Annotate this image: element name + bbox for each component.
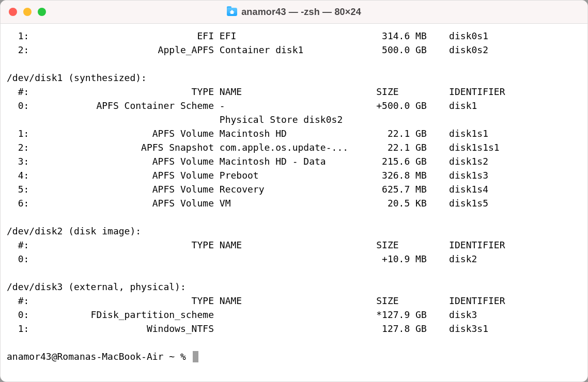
window-title: anamor43 — -zsh — 80×24 <box>1 7 587 18</box>
column-header: #: TYPE NAME SIZE IDENTIFIER <box>7 85 581 99</box>
table-row: 2: APFS Snapshot com.apple.os.update-...… <box>7 140 581 154</box>
shell-prompt[interactable]: anamor43@Romanas-MacBook-Air ~ % <box>7 349 581 363</box>
column-header: #: TYPE NAME SIZE IDENTIFIER <box>7 238 581 252</box>
window-title-text: anamor43 — -zsh — 80×24 <box>241 7 361 18</box>
column-header: #: TYPE NAME SIZE IDENTIFIER <box>7 294 581 308</box>
table-row: 5: APFS Volume Recovery 625.7 MB disk1s4 <box>7 182 581 196</box>
table-row: 1: Windows_NTFS 127.8 GB disk3s1 <box>7 322 581 336</box>
terminal-line <box>7 57 581 71</box>
table-row: 3: APFS Volume Macintosh HD - Data 215.6… <box>7 154 581 168</box>
cursor-icon <box>193 351 198 362</box>
close-icon[interactable] <box>9 8 17 16</box>
disk-header: /dev/disk2 (disk image): <box>7 224 581 238</box>
titlebar[interactable]: anamor43 — -zsh — 80×24 <box>1 1 587 24</box>
home-folder-icon <box>227 8 237 16</box>
table-row: 0: +10.9 MB disk2 <box>7 252 581 266</box>
terminal-line <box>7 210 581 224</box>
terminal-line <box>7 336 581 349</box>
minimize-icon[interactable] <box>23 8 32 16</box>
table-row: Physical Store disk0s2 <box>7 113 581 126</box>
terminal-window: anamor43 — -zsh — 80×24 1: EFI EFI 314.6… <box>0 0 588 382</box>
table-row: 0: APFS Container Scheme - +500.0 GB dis… <box>7 99 581 113</box>
terminal-output[interactable]: 1: EFI EFI 314.6 MB disk0s1 2: Apple_APF… <box>1 24 587 381</box>
disk-header: /dev/disk3 (external, physical): <box>7 280 581 294</box>
table-row: 1: EFI EFI 314.6 MB disk0s1 <box>7 29 581 43</box>
table-row: 2: Apple_APFS Container disk1 500.0 GB d… <box>7 43 581 57</box>
zoom-icon[interactable] <box>38 8 46 16</box>
disk-header: /dev/disk1 (synthesized): <box>7 71 581 85</box>
table-row: 4: APFS Volume Preboot 326.8 MB disk1s3 <box>7 168 581 182</box>
table-row: 1: APFS Volume Macintosh HD 22.1 GB disk… <box>7 126 581 140</box>
prompt-text: anamor43@Romanas-MacBook-Air ~ % <box>7 349 192 363</box>
table-row: 6: APFS Volume VM 20.5 KB disk1s5 <box>7 196 581 210</box>
window-controls <box>1 8 46 16</box>
table-row: 0: FDisk_partition_scheme *127.9 GB disk… <box>7 308 581 322</box>
terminal-line <box>7 266 581 280</box>
